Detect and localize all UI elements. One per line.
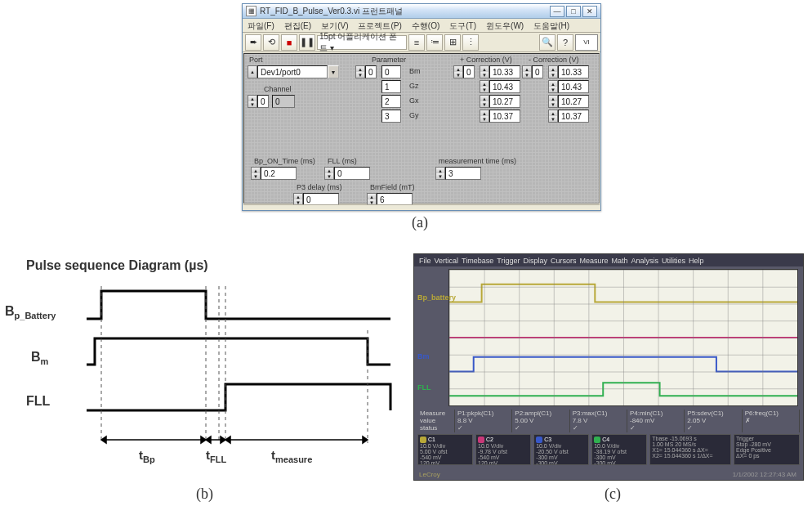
channel-label: Channel	[264, 85, 292, 93]
reorder-button[interactable]: ⋮	[462, 34, 479, 51]
run-button[interactable]: ➨	[245, 34, 261, 51]
corrplus-idx[interactable]: 0	[463, 65, 475, 78]
parameter-label: Parameter	[372, 56, 406, 64]
menu-edit[interactable]: 편집(E)	[279, 19, 316, 32]
corrplus-value-3[interactable]: 10.37	[489, 110, 520, 123]
labview-window: ▦ RT_FID_B_Pulse_Ver0.3.vi 프런트패널 — □ ✕ 파…	[242, 3, 601, 211]
corrminus-spinner-0[interactable]: ▲▼	[548, 65, 558, 78]
group-button[interactable]: ⊞	[444, 34, 461, 51]
param-row-3[interactable]: 3	[381, 110, 401, 123]
scope-menu-trigger[interactable]: Trigger	[497, 257, 520, 265]
maximize-button[interactable]: □	[566, 6, 581, 17]
minimize-button[interactable]: —	[550, 6, 564, 17]
scope-menu-display[interactable]: Display	[523, 257, 547, 265]
param-row-2[interactable]: 2	[381, 95, 401, 108]
corrminus-value-3[interactable]: 10.37	[558, 110, 589, 123]
scope-menu-measure[interactable]: Measure	[579, 257, 608, 265]
param-idx-spinner[interactable]: ▲▼	[355, 65, 365, 78]
pulse-svg	[87, 280, 397, 451]
corrminus-idx-spinner[interactable]: ▲▼	[522, 65, 532, 78]
channel-idx[interactable]: 0	[257, 95, 269, 108]
param-name-0: Bm	[409, 67, 421, 75]
scope-c3-label: Bm	[417, 352, 430, 360]
scope-traces	[449, 270, 797, 405]
corrminus-spinner-1[interactable]: ▲▼	[548, 80, 558, 93]
signal1-label: Bp_Battery	[5, 304, 56, 320]
corrplus-value-2[interactable]: 10.27	[489, 95, 520, 108]
corrminus-idx[interactable]: 0	[532, 65, 543, 78]
scope-meas-0: P1:pkpk(C1)8.8 V✓	[455, 410, 512, 432]
scope-menu-help[interactable]: Help	[689, 257, 704, 265]
pause-button[interactable]: ❚❚	[299, 34, 315, 51]
port-spinner[interactable]: ▲	[248, 65, 257, 78]
front-panel: Port ▲ Dev1/port0 ▼ Channel ▲▼ 0 0 Param…	[243, 53, 600, 204]
corrplus-spinner-1[interactable]: ▲▼	[480, 80, 489, 93]
menu-help[interactable]: 도움말(H)	[529, 19, 574, 32]
meas-spinner[interactable]: ▲▼	[435, 167, 445, 180]
corrminus-value-1[interactable]: 10.43	[558, 80, 589, 93]
bp-on-spinner[interactable]: ▲▼	[251, 167, 261, 180]
scope-menu-analysis[interactable]: Analysis	[631, 257, 658, 265]
corrplus-value-1[interactable]: 10.43	[489, 80, 520, 93]
param-idx[interactable]: 0	[365, 65, 377, 78]
scope-c4-label: FLL	[417, 383, 431, 392]
menu-window[interactable]: 윈도우(W)	[481, 19, 529, 32]
scope-meas-4: P5:sdev(C1)2.05 V✓	[685, 410, 742, 432]
bp-on-value[interactable]: 0.2	[261, 167, 297, 180]
param-row-0[interactable]: 0	[381, 65, 401, 78]
corrminus-spinner-2[interactable]: ▲▼	[548, 95, 558, 108]
port-dropdown-arrow[interactable]: ▼	[328, 65, 339, 78]
menu-tools[interactable]: 도구(T)	[444, 19, 481, 32]
param-name-3: Gy	[409, 111, 419, 119]
scope-ch-card-1[interactable]: C1 10.0 V/div5.00 V ofst-540 mV120 mVΔv	[417, 434, 473, 465]
scope-timebase-card[interactable]: Tbase -15.0693 s 1.00 MS 20 MS/s X1= 15.…	[649, 434, 731, 465]
menu-file[interactable]: 파일(F)	[243, 19, 279, 32]
scope-menu-cursors[interactable]: Cursors	[551, 257, 577, 265]
scope-trigger-card[interactable]: Trigger Stop -280 mV Edge Positive ΔX= 0…	[734, 434, 800, 465]
corrplus-label: + Correction (V)	[460, 56, 512, 64]
close-button[interactable]: ✕	[582, 6, 597, 17]
corrplus-spinner-2[interactable]: ▲▼	[480, 95, 489, 108]
corrminus-spinner-3[interactable]: ▲▼	[548, 110, 558, 123]
param-row-1[interactable]: 1	[381, 80, 401, 93]
caption-b: (b)	[196, 486, 213, 503]
meas-hdr-2: status	[420, 424, 452, 432]
scope-menubar: File Vertical Timebase Trigger Display C…	[414, 254, 803, 266]
scope-menu-file[interactable]: File	[419, 257, 431, 265]
corrplus-spinner-0[interactable]: ▲▼	[480, 65, 489, 78]
meas-hdr-0: Measure	[420, 410, 452, 417]
corrplus-spinner-3[interactable]: ▲▼	[480, 110, 489, 123]
abort-button[interactable]: ■	[281, 34, 297, 51]
scope-ch-card-2[interactable]: C2 10.0 V/div-9.78 V ofst-540 mV120 mVΔv	[475, 434, 531, 465]
scope-meas-5: P6:freq(C1)✗	[743, 410, 800, 432]
help-button-tb[interactable]: ?	[557, 34, 573, 51]
corrplus-value-0[interactable]: 10.33	[489, 65, 520, 78]
titlebar[interactable]: ▦ RT_FID_B_Pulse_Ver0.3.vi 프런트패널 — □ ✕	[243, 4, 600, 19]
scope-menu-math[interactable]: Math	[611, 257, 627, 265]
distribute-button[interactable]: ≔	[426, 34, 443, 51]
caption-a: (a)	[412, 214, 428, 231]
scope-ch-card-4[interactable]: C4 10.0 V/div-38.19 V ofst-300 mV-300 mV…	[591, 434, 647, 465]
port-select[interactable]: Dev1/port0	[257, 65, 328, 78]
scope-grid[interactable]	[448, 269, 798, 406]
fll-value[interactable]: 0	[334, 167, 370, 180]
corrminus-value-0[interactable]: 10.33	[558, 65, 589, 78]
font-selector[interactable]: 15pt 어플리케이션 폰트 ▾	[317, 35, 407, 50]
search-button[interactable]: 🔍	[539, 34, 555, 51]
menu-operate[interactable]: 수행(O)	[407, 19, 444, 32]
scope-menu-timebase[interactable]: Timebase	[462, 257, 493, 265]
align-button[interactable]: ≡	[408, 34, 425, 51]
fll-spinner[interactable]: ▲▼	[324, 167, 334, 180]
run-cont-button[interactable]: ⟲	[263, 34, 279, 51]
meas-value[interactable]: 3	[445, 167, 481, 180]
corrplus-idx-spinner[interactable]: ▲▼	[453, 65, 463, 78]
channel-idx-spinner[interactable]: ▲▼	[248, 95, 257, 108]
scope-menu-vertical[interactable]: Vertical	[435, 257, 459, 265]
scope-menu-utilities[interactable]: Utilities	[662, 257, 685, 265]
bp-on-label: Bp_ON_Time (ms)	[254, 157, 315, 165]
meas-hdr-1: value	[420, 417, 452, 424]
vi-icon[interactable]: VI	[575, 34, 598, 51]
channel-value[interactable]: 0	[272, 95, 295, 108]
corrminus-value-2[interactable]: 10.27	[558, 95, 589, 108]
scope-ch-card-3[interactable]: C3 10.0 V/div-20.50 V ofst-300 mV-300 mV…	[533, 434, 589, 465]
